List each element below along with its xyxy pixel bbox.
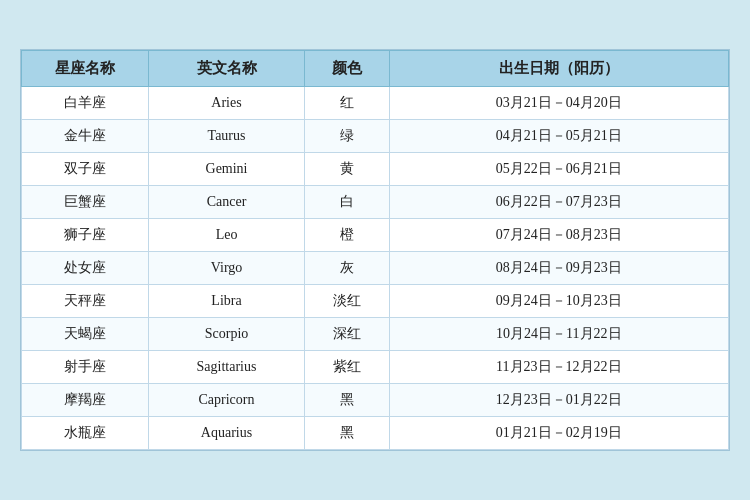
cell-english-name: Cancer	[149, 186, 305, 219]
header-english-name: 英文名称	[149, 51, 305, 87]
cell-color: 深红	[304, 318, 389, 351]
table-body: 白羊座Aries红03月21日－04月20日金牛座Taurus绿04月21日－0…	[22, 87, 729, 450]
cell-birthdate: 01月21日－02月19日	[389, 417, 728, 450]
table-row: 水瓶座Aquarius黑01月21日－02月19日	[22, 417, 729, 450]
table-row: 天秤座Libra淡红09月24日－10月23日	[22, 285, 729, 318]
cell-chinese-name: 处女座	[22, 252, 149, 285]
table-row: 处女座Virgo灰08月24日－09月23日	[22, 252, 729, 285]
cell-birthdate: 06月22日－07月23日	[389, 186, 728, 219]
cell-color: 绿	[304, 120, 389, 153]
table-header-row: 星座名称 英文名称 颜色 出生日期（阳历）	[22, 51, 729, 87]
cell-chinese-name: 狮子座	[22, 219, 149, 252]
cell-birthdate: 05月22日－06月21日	[389, 153, 728, 186]
cell-color: 橙	[304, 219, 389, 252]
cell-birthdate: 07月24日－08月23日	[389, 219, 728, 252]
cell-birthdate: 04月21日－05月21日	[389, 120, 728, 153]
cell-birthdate: 10月24日－11月22日	[389, 318, 728, 351]
cell-birthdate: 12月23日－01月22日	[389, 384, 728, 417]
cell-chinese-name: 双子座	[22, 153, 149, 186]
cell-birthdate: 08月24日－09月23日	[389, 252, 728, 285]
header-birthdate: 出生日期（阳历）	[389, 51, 728, 87]
cell-chinese-name: 白羊座	[22, 87, 149, 120]
cell-color: 红	[304, 87, 389, 120]
cell-english-name: Capricorn	[149, 384, 305, 417]
table-row: 金牛座Taurus绿04月21日－05月21日	[22, 120, 729, 153]
cell-english-name: Scorpio	[149, 318, 305, 351]
table-row: 双子座Gemini黄05月22日－06月21日	[22, 153, 729, 186]
table-row: 摩羯座Capricorn黑12月23日－01月22日	[22, 384, 729, 417]
cell-chinese-name: 射手座	[22, 351, 149, 384]
cell-chinese-name: 天蝎座	[22, 318, 149, 351]
cell-chinese-name: 摩羯座	[22, 384, 149, 417]
table-row: 狮子座Leo橙07月24日－08月23日	[22, 219, 729, 252]
cell-english-name: Leo	[149, 219, 305, 252]
cell-color: 黑	[304, 417, 389, 450]
cell-birthdate: 09月24日－10月23日	[389, 285, 728, 318]
header-color: 颜色	[304, 51, 389, 87]
table-row: 巨蟹座Cancer白06月22日－07月23日	[22, 186, 729, 219]
cell-color: 白	[304, 186, 389, 219]
cell-chinese-name: 水瓶座	[22, 417, 149, 450]
cell-english-name: Aries	[149, 87, 305, 120]
cell-color: 黑	[304, 384, 389, 417]
cell-english-name: Gemini	[149, 153, 305, 186]
cell-birthdate: 11月23日－12月22日	[389, 351, 728, 384]
zodiac-table-container: 星座名称 英文名称 颜色 出生日期（阳历） 白羊座Aries红03月21日－04…	[20, 49, 730, 451]
table-row: 天蝎座Scorpio深红10月24日－11月22日	[22, 318, 729, 351]
header-chinese-name: 星座名称	[22, 51, 149, 87]
cell-english-name: Taurus	[149, 120, 305, 153]
cell-english-name: Virgo	[149, 252, 305, 285]
cell-color: 淡红	[304, 285, 389, 318]
table-row: 白羊座Aries红03月21日－04月20日	[22, 87, 729, 120]
cell-chinese-name: 金牛座	[22, 120, 149, 153]
table-row: 射手座Sagittarius紫红11月23日－12月22日	[22, 351, 729, 384]
cell-chinese-name: 天秤座	[22, 285, 149, 318]
cell-birthdate: 03月21日－04月20日	[389, 87, 728, 120]
cell-english-name: Sagittarius	[149, 351, 305, 384]
cell-chinese-name: 巨蟹座	[22, 186, 149, 219]
cell-color: 灰	[304, 252, 389, 285]
cell-english-name: Aquarius	[149, 417, 305, 450]
cell-color: 紫红	[304, 351, 389, 384]
cell-color: 黄	[304, 153, 389, 186]
zodiac-table: 星座名称 英文名称 颜色 出生日期（阳历） 白羊座Aries红03月21日－04…	[21, 50, 729, 450]
cell-english-name: Libra	[149, 285, 305, 318]
